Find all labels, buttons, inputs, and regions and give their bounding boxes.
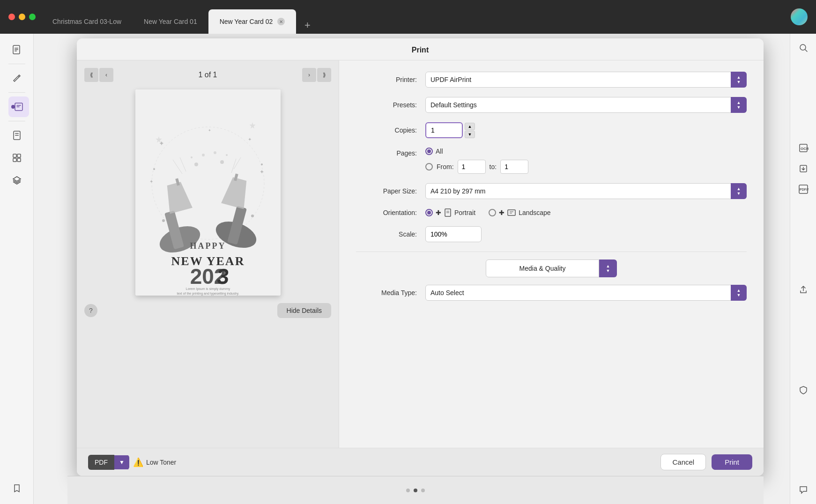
tab-close-button[interactable]: ✕ xyxy=(277,18,285,25)
svg-text:✦: ✦ xyxy=(159,140,164,147)
svg-line-56 xyxy=(805,50,807,52)
copies-decrement[interactable]: ▼ xyxy=(465,131,475,138)
scale-input[interactable] xyxy=(425,226,482,242)
landscape-label: Landscape xyxy=(519,209,551,216)
media-type-select[interactable]: Auto Select xyxy=(425,285,747,301)
svg-point-27 xyxy=(226,154,228,156)
copies-increment[interactable]: ▲ xyxy=(465,123,475,130)
right-icon-protect[interactable] xyxy=(795,381,812,398)
right-icon-share[interactable] xyxy=(795,281,812,298)
svg-rect-3 xyxy=(15,51,17,52)
next-nav-group: › ⟫ xyxy=(302,68,331,82)
landscape-option[interactable]: ✚ Landscape xyxy=(489,209,551,216)
sidebar-icon-organize[interactable] xyxy=(7,148,27,168)
sidebar-icon-bookmark[interactable] xyxy=(7,478,27,498)
bottom-scroll-indicator xyxy=(406,489,425,492)
pages-row: Pages: All From: xyxy=(356,148,747,174)
sidebar-icon-document[interactable] xyxy=(7,39,27,60)
paper-size-control: A4 210 by 297 mm ▲▼ xyxy=(425,183,747,199)
preview-footer: ? Hide Details xyxy=(84,296,331,318)
landscape-icon xyxy=(507,209,516,216)
media-type-control: Auto Select ▲▼ xyxy=(425,285,747,301)
svg-point-23 xyxy=(202,154,205,156)
footer-right: Cancel Print xyxy=(660,454,752,470)
media-type-arrow[interactable]: ▲▼ xyxy=(731,285,747,301)
portrait-label: Portrait xyxy=(454,209,475,216)
pages-from-label: From: xyxy=(437,163,454,170)
user-avatar[interactable] xyxy=(791,8,808,25)
maximize-button[interactable] xyxy=(29,14,36,20)
hide-details-button[interactable]: Hide Details xyxy=(277,303,331,318)
landscape-radio[interactable] xyxy=(489,209,496,216)
scroll-dot-1 xyxy=(406,489,410,492)
svg-rect-52 xyxy=(508,210,515,215)
minimize-button[interactable] xyxy=(19,14,25,20)
printer-select[interactable]: UPDF AirPrint xyxy=(425,72,747,88)
sidebar-icon-layers[interactable] xyxy=(7,170,27,191)
printer-label: Printer: xyxy=(356,76,417,83)
sidebar-icon-page[interactable] xyxy=(7,125,27,146)
pages-from-input[interactable] xyxy=(458,160,486,174)
portrait-radio[interactable] xyxy=(425,209,433,216)
cancel-button[interactable]: Cancel xyxy=(660,454,706,470)
new-tab-button[interactable]: + xyxy=(299,17,316,34)
tabs-area: Christmas Card 03-Low New Year Card 01 N… xyxy=(41,0,791,34)
close-button[interactable] xyxy=(8,14,15,20)
svg-rect-2 xyxy=(15,49,18,50)
pdf-button[interactable]: PDF ▼ xyxy=(88,455,129,470)
left-sidebar xyxy=(0,34,34,504)
svg-point-26 xyxy=(214,151,216,154)
svg-text:OCR: OCR xyxy=(801,147,809,151)
print-dialog: Print ⟪ ‹ 1 of 1 › ⟫ xyxy=(77,38,764,476)
pages-control: All From: to: xyxy=(425,148,747,174)
warning-icon: ⚠️ xyxy=(133,457,143,467)
presets-arrow[interactable]: ▲▼ xyxy=(731,97,747,113)
pages-from-radio[interactable] xyxy=(425,163,433,170)
pages-all-option[interactable]: All xyxy=(425,148,528,155)
printer-select-wrap: UPDF AirPrint ▲▼ xyxy=(425,72,747,88)
right-icon-ocr[interactable]: OCR xyxy=(795,140,812,156)
printer-arrow[interactable]: ▲▼ xyxy=(731,72,747,88)
printer-control: UPDF AirPrint ▲▼ xyxy=(425,72,747,88)
tab-christmas-card[interactable]: Christmas Card 03-Low xyxy=(41,9,133,34)
page-navigation: ⟪ ‹ 1 of 1 › ⟫ xyxy=(84,68,331,82)
svg-text:3: 3 xyxy=(216,264,230,289)
pdf-dropdown-arrow[interactable]: ▼ xyxy=(114,455,129,469)
svg-text:✦: ✦ xyxy=(149,179,153,184)
right-icon-search[interactable] xyxy=(795,39,812,56)
tab-new-year-card-01[interactable]: New Year Card 01 xyxy=(133,9,208,34)
media-quality-arrow[interactable]: ▲▼ xyxy=(599,259,617,277)
svg-rect-10 xyxy=(13,158,16,162)
help-button[interactable]: ? xyxy=(84,304,97,317)
scroll-dot-3 xyxy=(421,489,425,492)
right-icon-import[interactable] xyxy=(795,160,812,177)
last-page-button[interactable]: ⟫ xyxy=(317,68,331,82)
tab-label: New Year Card 01 xyxy=(144,18,197,25)
right-icon-pdf-a[interactable]: PDF/A xyxy=(795,181,812,198)
paper-size-arrow[interactable]: ▲▼ xyxy=(731,183,747,199)
pdf-label: PDF xyxy=(88,455,114,470)
orientation-row: Orientation: ✚ xyxy=(356,208,747,217)
low-toner-warning: ⚠️ Low Toner xyxy=(133,457,176,467)
svg-text:✦: ✦ xyxy=(248,137,252,142)
page-indicator: 1 of 1 xyxy=(198,71,217,79)
copies-input[interactable] xyxy=(425,122,463,138)
media-quality-section: Media & Quality ▲▼ xyxy=(356,252,747,277)
right-icon-chat[interactable] xyxy=(795,482,812,498)
paper-size-row: Paper Size: A4 210 by 297 mm ▲▼ xyxy=(356,183,747,199)
sidebar-icon-edit[interactable] xyxy=(7,68,27,89)
svg-text:text of the printing and types: text of the printing and typesetting ind… xyxy=(177,292,239,296)
svg-rect-1 xyxy=(15,48,18,49)
prev-page-button[interactable]: ‹ xyxy=(99,68,113,82)
print-button[interactable]: Print xyxy=(712,454,752,470)
portrait-option[interactable]: ✚ Portrait xyxy=(425,208,475,217)
pages-all-radio[interactable] xyxy=(425,148,433,155)
first-page-button[interactable]: ⟪ xyxy=(84,68,98,82)
presets-select[interactable]: Default Settings xyxy=(425,97,747,113)
pages-to-input[interactable] xyxy=(500,160,528,174)
copies-stepper: ▲ ▼ xyxy=(465,123,475,138)
svg-rect-8 xyxy=(13,154,16,157)
paper-size-select[interactable]: A4 210 by 297 mm xyxy=(425,183,747,199)
next-page-button[interactable]: › xyxy=(302,68,316,82)
tab-new-year-card-02[interactable]: New Year Card 02 ✕ xyxy=(208,9,297,34)
